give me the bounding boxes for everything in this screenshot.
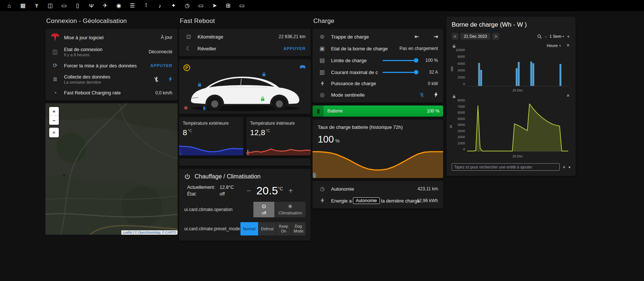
top-navbar: ⌂ ▦ Ŧ ◫ ▭ ▯ Ψ ✈ ◉ ☰ ⊺ ♪ ✦ ◷ ▭ ➤ ⊞ ▭ — [0, 0, 644, 11]
temp-increase-button[interactable]: + — [289, 187, 293, 195]
row-sentry-mode[interactable]: ◎ Mode sentinelle — [313, 89, 443, 101]
interval-select[interactable]: Heure▾ — [547, 43, 561, 48]
wake-up-button[interactable]: APPUYER — [283, 46, 306, 51]
nav-garage-icon[interactable]: ▭ — [61, 2, 67, 9]
map[interactable]: + − ⌖ Leaflet | © OpenStreetMap, © CARTO — [45, 103, 178, 235]
nav-plane-icon[interactable]: ✈ — [102, 2, 108, 9]
row-label: Etat de la borne de charge — [331, 46, 395, 51]
row-software-update[interactable]: Mise à jour logiciel À jour — [45, 31, 178, 44]
row-label: Kilométrage — [198, 34, 274, 40]
connexion-card: Mise à jour logiciel À jour ◫ Etat de co… — [45, 29, 178, 100]
nav-server-icon[interactable]: ☰ — [129, 2, 135, 9]
zoom-icon[interactable] — [537, 34, 542, 39]
nav-calendar-icon[interactable]: ▦ — [20, 2, 26, 9]
map-attribution[interactable]: Leaflet | © OpenStreetMap, © CARTO — [121, 230, 178, 235]
row-data-collection[interactable]: ≣ Collecte des données La semaine derniè… — [45, 71, 178, 87]
row-charger-state[interactable]: ▣ Etat de la borne de charge Pas en char… — [313, 43, 443, 54]
charge-limit-slider[interactable] — [382, 60, 418, 61]
force-update-button[interactable]: APPUYER — [150, 63, 172, 68]
prev-date-button[interactable]: < — [452, 33, 458, 40]
charge-port-icon: ⊜ — [318, 33, 327, 40]
column-borne: Borne de charge (Wh - W ) < 21 Dec 2023 … — [446, 11, 576, 176]
flash-icon[interactable] — [434, 92, 438, 97]
headlight-icon[interactable] — [200, 106, 207, 110]
current-temp-value: 12.8°C — [220, 185, 234, 190]
row-charge-port[interactable]: ⊜ Trappe de charge ⇤ ⇥ — [313, 31, 443, 43]
nav-steering-icon[interactable]: ▭ — [239, 2, 245, 9]
row-max-current[interactable]: ▥ Courant maximal de charge 32 A — [313, 66, 443, 78]
row-label: Etat de connexion — [64, 47, 144, 52]
row-force-update[interactable]: ⟳ Forcer la mise à jour des données APPU… — [45, 60, 178, 71]
range-plus-button[interactable]: + — [566, 34, 570, 39]
power-icon — [184, 174, 190, 180]
dashboard: Connexion - Géolocalisation Mise à jour … — [0, 11, 644, 281]
vehicle-state-icon[interactable] — [299, 64, 306, 69]
close-icon[interactable]: × — [566, 92, 570, 98]
bluetooth-off-icon[interactable] — [154, 77, 159, 82]
preset-keep-on-button[interactable]: Keep On — [276, 222, 291, 235]
row-odometer[interactable]: ⊡ Kilométrage 22 636,21 km — [179, 31, 311, 43]
temp-decrease-button[interactable]: − — [246, 187, 251, 195]
zoom-out-button[interactable]: − — [49, 116, 59, 125]
close-port-button[interactable]: ⇥ — [433, 33, 438, 40]
roof-lock-icon[interactable] — [262, 72, 266, 77]
row-charging-rate[interactable]: ◔ Fast Reboot Charging rate 0,0 km/h — [45, 87, 178, 98]
preset-normal-button[interactable]: Normal — [240, 222, 258, 235]
row-wake-up[interactable]: ☾ Réveiller APPUYER — [179, 43, 311, 54]
caret-down-icon[interactable]: ▾ — [569, 165, 570, 169]
nav-thermometer-icon[interactable]: ⊺ — [143, 2, 149, 9]
lock-icon[interactable] — [452, 94, 456, 98]
moon-icon: ☾ — [184, 45, 193, 52]
temp-exterior-card[interactable]: Température extérieure 8°C — [179, 117, 243, 155]
row-energy-added[interactable]: Energie a Autonomie la dernière charge 1… — [313, 195, 443, 207]
nav-text-icon[interactable]: Ŧ — [34, 3, 40, 9]
nav-media-icon[interactable]: ◫ — [47, 2, 53, 9]
nav-car-icon[interactable]: ▭ — [198, 2, 204, 9]
fan-icon[interactable] — [183, 106, 188, 110]
row-charge-power[interactable]: Puissance de charge 0 kW — [313, 78, 443, 89]
preset-dog-mode-button[interactable]: Dog Mode — [291, 222, 306, 235]
vehicle-info-card: ⊡ Kilométrage 22 636,21 km ☾ Réveiller A… — [179, 29, 311, 56]
nav-music-icon[interactable]: ♪ — [157, 3, 163, 9]
preset-defrost-button[interactable]: Defrost — [258, 222, 276, 235]
add-entity-button[interactable]: + — [563, 164, 566, 170]
battery-bar[interactable]: Batterie 100 % — [313, 106, 443, 117]
row-autonomy[interactable]: ◷ Autonomie 423,11 km — [313, 183, 443, 195]
row-value: 0,0 km/h — [155, 90, 172, 96]
range-minus-button[interactable]: - — [544, 34, 547, 39]
next-date-button[interactable]: > — [492, 33, 499, 40]
zoom-in-button[interactable]: + — [49, 107, 59, 116]
lightning-icon[interactable] — [168, 77, 172, 82]
lock-icon[interactable] — [452, 44, 456, 48]
nav-home-icon[interactable]: ⌂ — [6, 3, 12, 9]
nav-shield-icon[interactable]: ✦ — [171, 2, 176, 9]
climate-ac-button[interactable]: Climatisation — [274, 202, 306, 217]
open-port-button[interactable]: ⇤ — [415, 33, 419, 40]
nav-fridge-icon[interactable]: ▯ — [75, 2, 81, 9]
range-select[interactable]: 1 Sem▾ — [550, 34, 564, 39]
fan-icon — [288, 204, 293, 210]
front-lock-icon[interactable] — [198, 82, 202, 87]
nav-rocket-icon[interactable]: ➤ — [212, 2, 218, 9]
date-display[interactable]: 21 Dec 2023 — [461, 33, 490, 40]
parking-status-icon[interactable]: P — [183, 64, 190, 71]
temperature-row: Température extérieure 8°C Température i… — [179, 117, 311, 158]
car-image — [184, 66, 306, 113]
nav-speaker-icon[interactable]: ◉ — [116, 2, 122, 9]
column-title-fast-reboot: Fast Reboot — [180, 17, 311, 25]
nav-schedule-icon[interactable]: ◷ — [184, 2, 190, 9]
row-charge-limit[interactable]: ▤ Limite de charge 100 % — [313, 54, 443, 66]
close-icon[interactable]: × — [566, 42, 570, 48]
temp-interior-card[interactable]: Température intérieure 12,8°C — [246, 117, 311, 155]
nav-key-icon[interactable]: Ψ — [88, 3, 94, 9]
door-lock-icon[interactable] — [260, 96, 265, 101]
flash-off-icon[interactable] — [419, 92, 424, 98]
climate-off-button[interactable]: off — [253, 202, 274, 217]
row-label: Fast Reboot Charging rate — [64, 90, 151, 96]
energy-label-end: la dernière charge — [381, 198, 420, 204]
locate-button[interactable]: ⌖ — [49, 128, 59, 137]
entity-search-input[interactable] — [452, 163, 560, 171]
row-connection-state[interactable]: ◫ Etat de connexion Il y a 8 heures Déco… — [45, 44, 178, 60]
max-current-slider[interactable] — [382, 72, 418, 73]
nav-apps-icon[interactable]: ⊞ — [225, 2, 231, 9]
